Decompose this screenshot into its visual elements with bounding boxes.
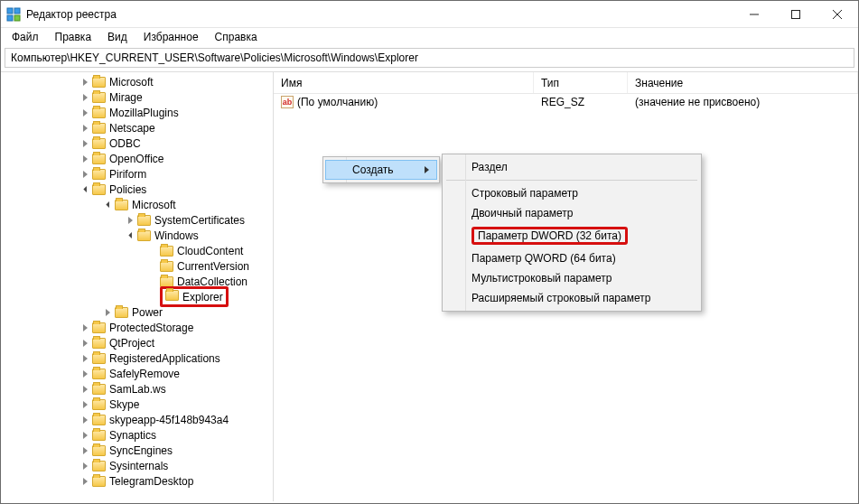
tree-label: SystemCertificates <box>154 214 245 227</box>
menu-view[interactable]: Вид <box>100 29 135 45</box>
caret-closed-icon[interactable] <box>80 169 90 179</box>
caret-closed-icon[interactable] <box>80 338 90 348</box>
folder-icon <box>92 169 106 180</box>
tree-node[interactable]: TelegramDesktop <box>1 473 273 489</box>
tree-node[interactable]: SyncEngines <box>1 443 273 458</box>
tree-label: skypeapp-45f148b943a4 <box>109 414 229 426</box>
window-controls <box>733 1 858 27</box>
svg-rect-2 <box>7 15 13 21</box>
ctx-new-key[interactable]: Раздел <box>444 157 699 177</box>
ctx-new-expandstring[interactable]: Расширяемый строковый параметр <box>444 288 699 308</box>
tree-node[interactable]: Skype <box>1 397 273 412</box>
tree-label: Microsoft <box>132 199 176 211</box>
tree-node[interactable]: SamLab.ws <box>1 381 273 397</box>
caret-closed-icon[interactable] <box>126 215 135 225</box>
caret-closed-icon[interactable] <box>103 307 113 317</box>
ctx-create[interactable]: Создать <box>325 160 437 180</box>
caret-closed-icon[interactable] <box>80 353 90 363</box>
menu-edit[interactable]: Правка <box>48 29 99 45</box>
folder-icon <box>92 430 106 441</box>
caret-closed-icon[interactable] <box>80 138 90 148</box>
ctx-new-string[interactable]: Строковый параметр <box>444 183 699 203</box>
caret-closed-icon[interactable] <box>80 430 90 440</box>
caret-closed-icon[interactable] <box>80 399 90 409</box>
tree-node[interactable]: Power <box>1 304 273 320</box>
col-header-type[interactable]: Тип <box>534 72 628 93</box>
menu-help[interactable]: Справка <box>208 29 265 45</box>
ctx-new-multistring[interactable]: Мультистроковый параметр <box>444 268 699 288</box>
tree-node[interactable]: Explorer <box>1 289 273 304</box>
caret-closed-icon[interactable] <box>80 369 90 378</box>
folder-icon <box>92 353 106 364</box>
ctx-new-qword[interactable]: Параметр QWORD (64 бита) <box>444 248 699 268</box>
tree-node[interactable]: Piriform <box>1 166 273 182</box>
caret-open-icon[interactable] <box>80 184 90 194</box>
list-pane[interactable]: Имя Тип Значение ab (По умолчанию) REG_S… <box>274 71 858 501</box>
tree-node[interactable]: Policies <box>1 182 273 197</box>
svg-rect-1 <box>14 8 20 14</box>
menubar: Файл Правка Вид Избранное Справка <box>1 28 858 46</box>
tree-node[interactable]: Synaptics <box>1 427 273 443</box>
tree-label: SafelyRemove <box>109 368 180 380</box>
tree-label: Netscape <box>109 122 155 135</box>
tree-label: Power <box>132 306 163 319</box>
caret-closed-icon[interactable] <box>80 107 90 117</box>
tree-node[interactable]: RegisteredApplications <box>1 350 273 366</box>
caret-none <box>148 276 158 286</box>
tree-node[interactable]: ProtectedStorage <box>1 320 273 335</box>
address-bar[interactable]: Компьютер\HKEY_CURRENT_USER\Software\Pol… <box>5 48 854 68</box>
tree-node[interactable]: Sysinternals <box>1 458 273 473</box>
tree-node[interactable]: OpenOffice <box>1 151 273 166</box>
tree-node[interactable]: DataCollection <box>1 274 273 289</box>
list-headers: Имя Тип Значение <box>274 72 858 94</box>
caret-closed-icon[interactable] <box>80 461 90 471</box>
caret-closed-icon[interactable] <box>80 415 90 425</box>
tree-node[interactable]: CurrentVersion <box>1 258 273 274</box>
tree-node[interactable]: SafelyRemove <box>1 366 273 381</box>
minimize-button[interactable] <box>733 1 775 27</box>
list-row[interactable]: ab (По умолчанию) REG_SZ (значение не пр… <box>274 94 858 110</box>
tree-label: TelegramDesktop <box>109 475 193 488</box>
tree-node[interactable]: Netscape <box>1 120 273 135</box>
caret-closed-icon[interactable] <box>80 445 90 455</box>
folder-icon <box>115 307 128 318</box>
tree-node[interactable]: QtProject <box>1 335 273 350</box>
tree-node[interactable]: SystemCertificates <box>1 212 273 228</box>
highlight-dword: Параметр DWORD (32 бита) <box>472 227 628 245</box>
maximize-button[interactable] <box>775 1 817 27</box>
folder-icon <box>137 230 151 241</box>
ctx-separator <box>446 180 697 181</box>
tree-node[interactable]: Microsoft <box>1 74 273 89</box>
caret-closed-icon[interactable] <box>80 92 90 102</box>
caret-closed-icon[interactable] <box>80 154 90 163</box>
folder-icon <box>92 184 106 195</box>
tree-node[interactable]: Windows <box>1 228 273 243</box>
folder-icon <box>92 77 106 88</box>
ctx-new-binary[interactable]: Двоичный параметр <box>444 203 699 223</box>
menu-file[interactable]: Файл <box>5 29 46 45</box>
caret-closed-icon[interactable] <box>80 123 90 133</box>
caret-closed-icon[interactable] <box>80 77 90 87</box>
tree-node[interactable]: Mirage <box>1 89 273 105</box>
caret-open-icon[interactable] <box>126 230 135 240</box>
tree-label: OpenOffice <box>109 153 163 165</box>
col-header-name[interactable]: Имя <box>274 72 534 93</box>
caret-closed-icon[interactable] <box>80 384 90 394</box>
menu-favorites[interactable]: Избранное <box>136 29 206 45</box>
tree-label: ProtectedStorage <box>109 322 193 334</box>
caret-closed-icon[interactable] <box>80 476 90 486</box>
tree-label: Sysinternals <box>109 460 168 472</box>
tree-node[interactable]: Microsoft <box>1 197 273 212</box>
caret-open-icon[interactable] <box>103 200 113 210</box>
tree-pane[interactable]: MicrosoftMirageMozillaPluginsNetscapeODB… <box>1 71 274 501</box>
ctx-new-dword[interactable]: Параметр DWORD (32 бита) <box>444 223 699 248</box>
tree-node[interactable]: MozillaPlugins <box>1 105 273 120</box>
tree-node[interactable]: CloudContent <box>1 243 273 258</box>
tree-node[interactable]: skypeapp-45f148b943a4 <box>1 412 273 427</box>
close-button[interactable] <box>817 1 858 27</box>
tree-node[interactable]: ODBC <box>1 135 273 151</box>
caret-closed-icon[interactable] <box>80 322 90 332</box>
svg-rect-0 <box>7 8 13 14</box>
col-header-value[interactable]: Значение <box>628 72 858 93</box>
tree-label: Piriform <box>109 168 146 181</box>
